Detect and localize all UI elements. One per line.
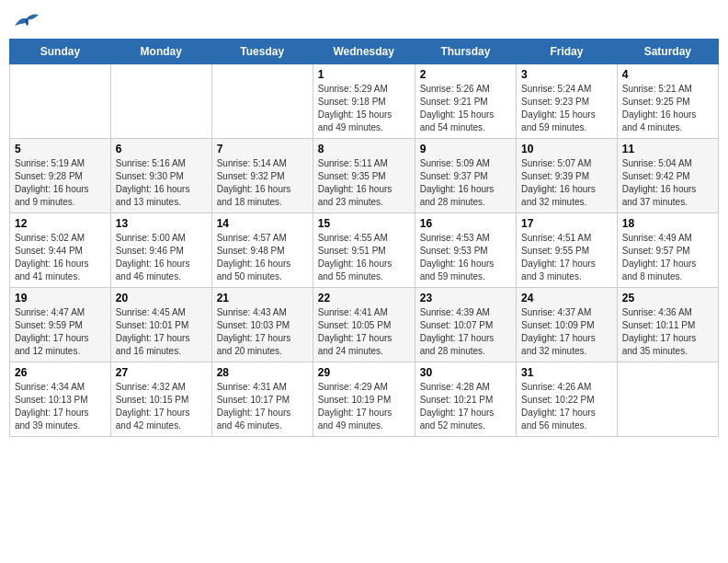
day-info: Sunrise: 4:36 AMSunset: 10:11 PMDaylight… xyxy=(622,306,713,358)
day-info: Sunrise: 4:39 AMSunset: 10:07 PMDaylight… xyxy=(420,306,511,358)
calendar-cell: 5Sunrise: 5:19 AMSunset: 9:28 PMDaylight… xyxy=(10,139,111,213)
calendar-cell xyxy=(617,362,718,437)
day-number: 20 xyxy=(116,292,207,304)
day-number: 29 xyxy=(318,366,410,379)
day-info: Sunrise: 5:29 AMSunset: 9:18 PMDaylight:… xyxy=(318,83,410,134)
day-number: 19 xyxy=(15,292,106,304)
weekday-header: Sunday xyxy=(10,40,111,64)
day-info: Sunrise: 5:04 AMSunset: 9:42 PMDaylight:… xyxy=(622,157,713,209)
day-number: 7 xyxy=(217,143,308,155)
calendar-cell: 31Sunrise: 4:26 AMSunset: 10:22 PMDaylig… xyxy=(517,362,618,437)
calendar-week-row: 19Sunrise: 4:47 AMSunset: 9:59 PMDayligh… xyxy=(10,288,719,362)
calendar-cell: 25Sunrise: 4:36 AMSunset: 10:11 PMDaylig… xyxy=(617,288,718,362)
calendar-cell xyxy=(110,64,211,139)
day-number: 5 xyxy=(15,143,106,155)
calendar-cell: 29Sunrise: 4:29 AMSunset: 10:19 PMDaylig… xyxy=(313,362,415,437)
calendar-cell: 13Sunrise: 5:00 AMSunset: 9:46 PMDayligh… xyxy=(110,213,211,288)
logo-bird-icon xyxy=(13,9,40,31)
logo xyxy=(13,9,44,31)
day-number: 3 xyxy=(521,68,612,81)
calendar-cell: 26Sunrise: 4:34 AMSunset: 10:13 PMDaylig… xyxy=(10,362,111,437)
day-info: Sunrise: 5:07 AMSunset: 9:39 PMDaylight:… xyxy=(521,157,612,209)
day-number: 6 xyxy=(116,143,207,155)
calendar-cell: 2Sunrise: 5:26 AMSunset: 9:21 PMDaylight… xyxy=(415,64,516,139)
day-info: Sunrise: 4:41 AMSunset: 10:05 PMDaylight… xyxy=(318,306,410,358)
calendar-cell: 9Sunrise: 5:09 AMSunset: 9:37 PMDaylight… xyxy=(415,139,516,213)
weekday-header: Saturday xyxy=(617,40,718,64)
day-number: 22 xyxy=(318,292,410,304)
calendar-cell: 23Sunrise: 4:39 AMSunset: 10:07 PMDaylig… xyxy=(415,288,516,362)
day-info: Sunrise: 5:19 AMSunset: 9:28 PMDaylight:… xyxy=(15,157,106,209)
day-info: Sunrise: 5:24 AMSunset: 9:23 PMDaylight:… xyxy=(521,83,612,134)
day-info: Sunrise: 4:26 AMSunset: 10:22 PMDaylight… xyxy=(521,381,612,432)
calendar-week-row: 5Sunrise: 5:19 AMSunset: 9:28 PMDaylight… xyxy=(10,139,719,213)
calendar-cell: 8Sunrise: 5:11 AMSunset: 9:35 PMDaylight… xyxy=(313,139,415,213)
calendar-cell: 27Sunrise: 4:32 AMSunset: 10:15 PMDaylig… xyxy=(110,362,211,437)
day-info: Sunrise: 4:32 AMSunset: 10:15 PMDaylight… xyxy=(116,381,207,432)
day-info: Sunrise: 4:47 AMSunset: 9:59 PMDaylight:… xyxy=(15,306,106,358)
calendar-cell: 16Sunrise: 4:53 AMSunset: 9:53 PMDayligh… xyxy=(415,213,516,288)
day-number: 17 xyxy=(521,217,612,230)
day-number: 24 xyxy=(521,292,612,304)
day-info: Sunrise: 4:53 AMSunset: 9:53 PMDaylight:… xyxy=(420,232,511,283)
day-info: Sunrise: 5:11 AMSunset: 9:35 PMDaylight:… xyxy=(318,157,410,209)
day-info: Sunrise: 5:00 AMSunset: 9:46 PMDaylight:… xyxy=(116,232,207,283)
day-info: Sunrise: 5:21 AMSunset: 9:25 PMDaylight:… xyxy=(622,83,713,134)
day-info: Sunrise: 5:09 AMSunset: 9:37 PMDaylight:… xyxy=(420,157,511,209)
calendar-cell: 24Sunrise: 4:37 AMSunset: 10:09 PMDaylig… xyxy=(517,288,618,362)
day-info: Sunrise: 5:26 AMSunset: 9:21 PMDaylight:… xyxy=(420,83,511,134)
calendar-cell: 15Sunrise: 4:55 AMSunset: 9:51 PMDayligh… xyxy=(313,213,415,288)
day-number: 2 xyxy=(420,68,511,81)
day-number: 28 xyxy=(217,366,308,379)
calendar-cell: 20Sunrise: 4:45 AMSunset: 10:01 PMDaylig… xyxy=(110,288,211,362)
calendar-cell: 30Sunrise: 4:28 AMSunset: 10:21 PMDaylig… xyxy=(415,362,516,437)
day-info: Sunrise: 4:51 AMSunset: 9:55 PMDaylight:… xyxy=(521,232,612,283)
day-number: 11 xyxy=(622,143,713,155)
calendar-cell: 1Sunrise: 5:29 AMSunset: 9:18 PMDaylight… xyxy=(313,64,415,139)
calendar-header-row: SundayMondayTuesdayWednesdayThursdayFrid… xyxy=(10,40,719,64)
calendar-week-row: 26Sunrise: 4:34 AMSunset: 10:13 PMDaylig… xyxy=(10,362,719,437)
calendar-week-row: 12Sunrise: 5:02 AMSunset: 9:44 PMDayligh… xyxy=(10,213,719,288)
day-info: Sunrise: 4:57 AMSunset: 9:48 PMDaylight:… xyxy=(217,232,308,283)
day-number: 27 xyxy=(116,366,207,379)
day-info: Sunrise: 4:43 AMSunset: 10:03 PMDaylight… xyxy=(217,306,308,358)
weekday-header: Thursday xyxy=(415,40,516,64)
calendar-cell: 17Sunrise: 4:51 AMSunset: 9:55 PMDayligh… xyxy=(517,213,618,288)
calendar-cell: 18Sunrise: 4:49 AMSunset: 9:57 PMDayligh… xyxy=(617,213,718,288)
day-number: 14 xyxy=(217,217,308,230)
day-info: Sunrise: 4:31 AMSunset: 10:17 PMDaylight… xyxy=(217,381,308,432)
calendar-cell: 7Sunrise: 5:14 AMSunset: 9:32 PMDaylight… xyxy=(211,139,313,213)
day-number: 15 xyxy=(318,217,410,230)
day-number: 26 xyxy=(15,366,106,379)
day-number: 8 xyxy=(318,143,410,155)
day-info: Sunrise: 4:49 AMSunset: 9:57 PMDaylight:… xyxy=(622,232,713,283)
day-number: 13 xyxy=(116,217,207,230)
day-number: 9 xyxy=(420,143,511,155)
calendar-cell: 3Sunrise: 5:24 AMSunset: 9:23 PMDaylight… xyxy=(517,64,618,139)
day-number: 23 xyxy=(420,292,511,304)
calendar-cell: 14Sunrise: 4:57 AMSunset: 9:48 PMDayligh… xyxy=(211,213,313,288)
day-number: 30 xyxy=(420,366,511,379)
weekday-header: Tuesday xyxy=(211,40,313,64)
calendar-cell xyxy=(211,64,313,139)
weekday-header: Friday xyxy=(517,40,618,64)
weekday-header: Wednesday xyxy=(313,40,415,64)
calendar-cell: 28Sunrise: 4:31 AMSunset: 10:17 PMDaylig… xyxy=(211,362,313,437)
day-number: 21 xyxy=(217,292,308,304)
day-info: Sunrise: 4:55 AMSunset: 9:51 PMDaylight:… xyxy=(318,232,410,283)
day-info: Sunrise: 5:14 AMSunset: 9:32 PMDaylight:… xyxy=(217,157,308,209)
day-info: Sunrise: 4:28 AMSunset: 10:21 PMDaylight… xyxy=(420,381,511,432)
page-header xyxy=(9,9,719,31)
day-number: 18 xyxy=(622,217,713,230)
weekday-header: Monday xyxy=(110,40,211,64)
calendar-cell: 22Sunrise: 4:41 AMSunset: 10:05 PMDaylig… xyxy=(313,288,415,362)
day-info: Sunrise: 5:02 AMSunset: 9:44 PMDaylight:… xyxy=(15,232,106,283)
calendar-cell: 21Sunrise: 4:43 AMSunset: 10:03 PMDaylig… xyxy=(211,288,313,362)
day-number: 31 xyxy=(521,366,612,379)
day-info: Sunrise: 4:34 AMSunset: 10:13 PMDaylight… xyxy=(15,381,106,432)
day-info: Sunrise: 4:37 AMSunset: 10:09 PMDaylight… xyxy=(521,306,612,358)
day-number: 25 xyxy=(622,292,713,304)
calendar-cell: 10Sunrise: 5:07 AMSunset: 9:39 PMDayligh… xyxy=(517,139,618,213)
calendar-cell xyxy=(10,64,111,139)
day-number: 1 xyxy=(318,68,410,81)
